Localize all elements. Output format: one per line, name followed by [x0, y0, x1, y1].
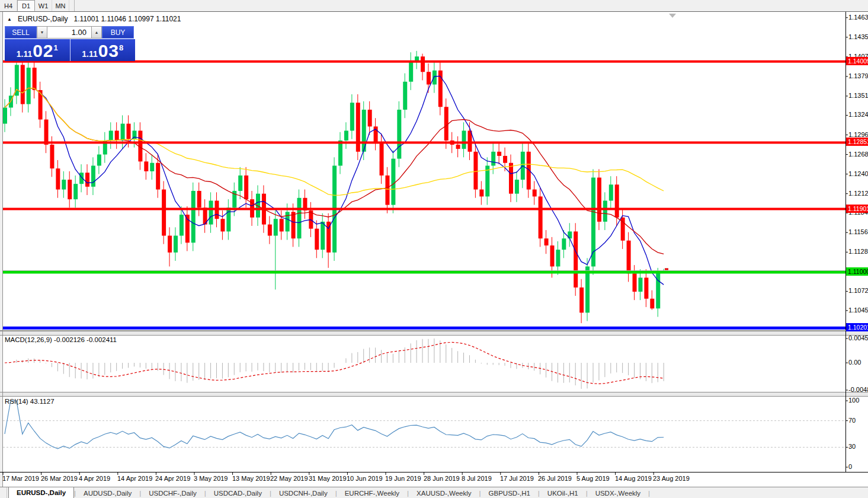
chart-symbol-label: EURUSD-,Daily [18, 15, 68, 23]
macd-tick-1: 0.00 [848, 359, 861, 366]
date-label-7: 22 May 2019 [270, 475, 308, 482]
date-label-1: 26 Mar 2019 [41, 475, 78, 482]
date-label-11: 28 Jun 2019 [424, 475, 460, 482]
sell-price-pip: 1 [54, 44, 58, 52]
tab-xauusd-weekly[interactable]: XAUUSD-,Weekly [409, 487, 479, 498]
price-tick-1.12400: 1.12400 [848, 170, 868, 177]
date-label-16: 14 Aug 2019 [615, 475, 652, 482]
rsi-tick-3: 0 [848, 463, 852, 470]
tab-scroll-grip[interactable] [0, 487, 7, 498]
tab-usdchf-daily[interactable]: USDCHF-,Daily [141, 487, 204, 498]
timeframe-toolbar: H4D1W1MN [0, 0, 868, 12]
price-level-label-1.11901: 1.11901 [846, 205, 868, 213]
date-label-10: 19 Jun 2019 [385, 475, 421, 482]
mt4-window: H4D1W1MN ▲ EURUSD-,Daily 1.11001 1.11046… [0, 0, 868, 498]
chart-title: ▲ EURUSD-,Daily 1.11001 1.11046 1.10997 … [7, 15, 181, 23]
rsi-tick-0: 100 [848, 397, 859, 404]
macd-tick-2: -0.004806 [848, 386, 868, 393]
price-level-label-1.14009: 1.14009 [846, 57, 868, 65]
price-tick-1.10450: 1.10450 [848, 307, 868, 314]
chart-tab-bar: EURUSD-,Daily|AUDUSD-,Daily|USDCHF-,Dail… [0, 487, 868, 498]
price-tick-1.11285: 1.11285 [848, 248, 868, 255]
tab-ukoil-h1[interactable]: UKOil-,H1 [540, 487, 586, 498]
date-label-2: 4 Apr 2019 [79, 475, 110, 482]
rsi-tick-2: 30 [848, 443, 856, 450]
date-label-5: 3 May 2019 [194, 475, 228, 482]
sell-button[interactable]: SELL [5, 26, 37, 39]
price-level-label-1.12851: 1.12851 [846, 138, 868, 146]
price-tick-1.14635: 1.14635 [848, 14, 868, 21]
date-label-6: 13 May 2019 [232, 475, 270, 482]
price-tick-1.14355: 1.14355 [848, 33, 868, 40]
date-label-14: 26 Jul 2019 [538, 475, 572, 482]
timeframe-button-D1[interactable]: D1 [17, 0, 35, 11]
buy-price-prefix: 1.11 [82, 48, 97, 60]
macd-tick-0: 0.004517 [848, 334, 868, 341]
buy-price-pip: 8 [119, 44, 123, 52]
toolbar-separator [74, 0, 75, 11]
sell-price-main: 02 [33, 42, 53, 60]
price-tick-1.11565: 1.11565 [848, 228, 868, 235]
tab-audusd-daily[interactable]: AUDUSD-,Daily [76, 487, 139, 498]
one-click-trading-panel: SELL ▼ ▲ BUY 1.11 02 1 1.11 03 8 [5, 26, 135, 61]
price-tick-1.12120: 1.12120 [848, 190, 868, 197]
date-label-9: 10 Jun 2019 [347, 475, 383, 482]
price-tick-1.13515: 1.13515 [848, 92, 868, 99]
buy-price-main: 03 [98, 42, 119, 60]
timeframe-button-H4[interactable]: H4 [0, 0, 17, 11]
price-tick-1.10725: 1.10725 [848, 287, 868, 294]
chart-ohlc-values: 1.11001 1.11046 1.10997 1.11021 [74, 15, 181, 23]
sell-price-prefix: 1.11 [17, 48, 32, 60]
date-label-4: 24 Apr 2019 [155, 475, 190, 482]
last-price-marker [665, 268, 668, 270]
volume-decrement-button[interactable]: ▼ [37, 26, 47, 39]
price-tick-1.13240: 1.13240 [848, 111, 868, 118]
tab-eurchf-weekly[interactable]: EURCHF-,Weekly [337, 487, 407, 498]
date-label-17: 23 Aug 2019 [653, 475, 690, 482]
macd-label: MACD(12,26,9) -0.002126 -0.002411 [5, 336, 117, 343]
date-label-8: 31 May 2019 [309, 475, 347, 482]
tab-eurusd-daily[interactable]: EURUSD-,Daily [8, 487, 74, 498]
timeframe-button-W1[interactable]: W1 [35, 0, 52, 11]
date-label-12: 8 Jul 2019 [462, 475, 492, 482]
date-label-0: 17 Mar 2019 [2, 475, 39, 482]
rsi-label: RSI(14) 43.1127 [5, 398, 55, 405]
rsi-tick-1: 70 [848, 417, 856, 424]
tab-usdcad-daily[interactable]: USDCAD-,Daily [206, 487, 270, 498]
tab-usdcnh-daily[interactable]: USDCNH-,Daily [271, 487, 335, 498]
chart-canvas[interactable] [0, 0, 868, 498]
price-tick-1.13795: 1.13795 [848, 72, 868, 79]
volume-increment-button[interactable]: ▲ [91, 26, 102, 39]
price-level-label-1.11000: 1.11000 [846, 267, 868, 276]
buy-price-button[interactable]: 1.11 03 8 [71, 39, 136, 61]
date-label-3: 14 Apr 2019 [117, 475, 152, 482]
buy-button[interactable]: BUY [102, 26, 134, 39]
collapse-trade-panel-icon[interactable]: ▲ [7, 17, 12, 22]
date-label-13: 17 Jul 2019 [500, 475, 534, 482]
price-level-label-1.10201: 1.10201 [846, 323, 868, 331]
volume-input[interactable] [47, 26, 91, 39]
timeframe-button-MN[interactable]: MN [52, 0, 69, 11]
tab-separator: | [648, 487, 650, 498]
tab-usdx-weekly[interactable]: USDX-,Weekly [588, 487, 648, 498]
tab-gbpusd-h1[interactable]: GBPUSD-,H1 [481, 487, 538, 498]
sell-price-button[interactable]: 1.11 02 1 [5, 39, 71, 61]
date-label-15: 5 Aug 2019 [576, 475, 610, 482]
price-tick-1.12680: 1.12680 [848, 151, 868, 158]
